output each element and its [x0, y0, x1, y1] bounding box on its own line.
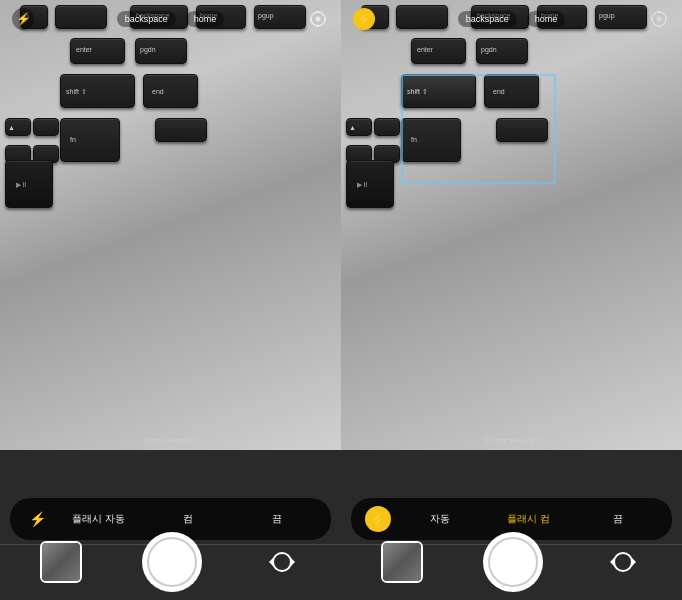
- flash-off-label-right[interactable]: 끔: [577, 512, 658, 526]
- flash-toggle-right[interactable]: ⚡: [353, 8, 375, 30]
- flash-icon-btn-left[interactable]: ⚡: [24, 506, 50, 532]
- flash-toggle-left[interactable]: ⚡: [12, 8, 34, 30]
- backspace-btn-left[interactable]: backspace: [117, 11, 176, 27]
- backspace-btn-right[interactable]: backspace: [458, 11, 517, 27]
- flash-bolt-icon-left: ⚡: [29, 511, 46, 527]
- svg-marker-6: [291, 558, 295, 566]
- home-btn-right[interactable]: home: [527, 11, 566, 27]
- flash-bolt-icon-right: ⚡: [370, 511, 387, 527]
- photo-thumbnail-left[interactable]: [40, 541, 82, 583]
- shutter-button-right[interactable]: [483, 532, 543, 592]
- top-center-left: backspace home: [117, 11, 225, 27]
- home-btn-left[interactable]: home: [186, 11, 225, 27]
- flash-auto-label-left[interactable]: 플래시 자동: [58, 512, 139, 526]
- flash-icon-btn-right[interactable]: ⚡: [365, 506, 391, 532]
- flip-camera-button-left[interactable]: [263, 543, 301, 581]
- flash-auto-label-right[interactable]: 자동: [399, 512, 480, 526]
- shutter-inner-left: [147, 537, 197, 587]
- svg-marker-16: [610, 558, 614, 566]
- shutter-button-left[interactable]: [142, 532, 202, 592]
- flash-bolt-left: ⚡: [16, 12, 31, 26]
- shutter-inner-right: [488, 537, 538, 587]
- sonic-master-text-left: SonicMaster: [143, 436, 198, 445]
- top-center-right: backspace home: [458, 11, 566, 27]
- thumbnail-preview-right: [383, 543, 421, 581]
- photo-thumbnail-right[interactable]: [381, 541, 423, 583]
- svg-point-1: [315, 17, 320, 22]
- live-photo-btn-left[interactable]: [307, 8, 329, 30]
- left-panel: backspace home pgup \ enter pgdn shift ⇧…: [0, 0, 341, 600]
- svg-marker-7: [269, 558, 273, 566]
- right-panel: backspace home pgup \ enter pgdn shift ⇧…: [341, 0, 682, 600]
- keyboard-photo-right: backspace home pgup \ enter pgdn shift ⇧…: [341, 0, 682, 450]
- keyboard-photo-left: backspace home pgup \ enter pgdn shift ⇧…: [0, 0, 341, 450]
- svg-point-9: [656, 17, 661, 22]
- sonic-master-text-right: SonicMaster: [484, 436, 539, 445]
- camera-action-bar-left: [0, 532, 341, 592]
- flash-on-label-right[interactable]: 플래시 컴: [488, 512, 569, 526]
- top-bar-right: ⚡ backspace home: [341, 8, 682, 30]
- thumbnail-preview-left: [42, 543, 80, 581]
- flip-camera-button-right[interactable]: [604, 543, 642, 581]
- flash-off-label-left[interactable]: 끔: [236, 512, 317, 526]
- svg-marker-15: [632, 558, 636, 566]
- flash-bolt-right: ⚡: [357, 12, 372, 26]
- camera-action-bar-right: [341, 532, 682, 592]
- live-photo-btn-right[interactable]: [648, 8, 670, 30]
- flash-on-label-left[interactable]: 컴: [147, 512, 228, 526]
- top-bar-left: ⚡ backspace home: [0, 8, 341, 30]
